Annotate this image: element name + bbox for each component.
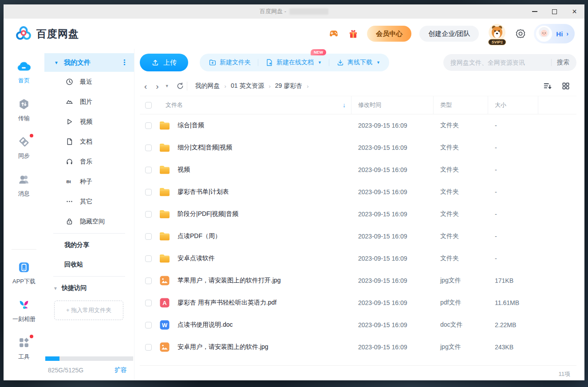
sidebar-item-hidden-space[interactable]: 隐藏空间 <box>44 211 134 231</box>
row-checkbox[interactable] <box>145 211 152 218</box>
rail-item-home[interactable]: 首页 <box>17 60 31 85</box>
file-name[interactable]: 安卓点读软件 <box>178 254 215 262</box>
row-checkbox[interactable] <box>145 344 152 351</box>
file-name[interactable]: 安卓用户，请安装图上的软件.jpg <box>178 343 268 351</box>
forward-button[interactable]: › <box>156 82 158 90</box>
app-logo[interactable]: 百度网盘 <box>15 25 79 42</box>
notification-dot <box>30 134 33 137</box>
rail-item-app-download[interactable]: APP下载 <box>12 261 36 285</box>
row-checkbox[interactable] <box>145 278 152 284</box>
file-name[interactable]: 阶段分|PDF|视频|音频 <box>178 210 238 218</box>
file-name[interactable]: 综合|音频 <box>178 121 204 129</box>
select-all-checkbox[interactable] <box>145 102 152 109</box>
column-header-name[interactable]: 文件名 <box>166 101 183 109</box>
file-row[interactable]: 安卓用户，请安装图上的软件.jpg 2023-09-15 16:09 jpg文件… <box>140 336 576 358</box>
close-button[interactable]: × <box>564 4 584 19</box>
sidebar-item-my-share[interactable]: 我的分享 <box>44 235 134 255</box>
expand-storage-link[interactable]: 扩容 <box>114 366 127 374</box>
row-checkbox[interactable] <box>145 233 152 240</box>
offline-download-button[interactable]: 离线下载 ▼ <box>336 59 380 66</box>
sidebar-item-my-files[interactable]: ▼ 我的文件 ⋯ <box>44 53 134 72</box>
nav-label: 视频 <box>80 118 92 126</box>
search-separator <box>551 59 552 66</box>
file-row[interactable]: A廖彩杏 用有声书轻松听出英语力.pdf 2023-09-15 16:09 pd… <box>140 292 576 314</box>
row-checkbox[interactable] <box>145 189 152 195</box>
file-modified: 2023-09-15 16:09 <box>351 211 434 218</box>
create-team-button[interactable]: 创建企业/团队 <box>419 26 479 42</box>
breadcrumb-item-root[interactable]: 我的网盘 <box>195 82 220 90</box>
rail-item-moment-album[interactable]: 一刻相册 <box>12 299 36 323</box>
search-button[interactable]: 搜索 <box>557 59 569 66</box>
file-row[interactable]: 安卓点读软件 2023-09-15 16:09 文件夹 - <box>140 247 576 270</box>
maximize-button[interactable] <box>545 4 564 19</box>
file-name[interactable]: 苹果用户，请安装图上的软件打开.jpg <box>178 277 281 285</box>
upload-button[interactable]: 上传 <box>140 54 188 71</box>
refresh-button[interactable] <box>176 82 184 90</box>
svip-avatar[interactable]: SVIP1 <box>487 23 507 44</box>
row-checkbox[interactable] <box>145 255 152 262</box>
sidebar-item-pictures[interactable]: 图片 <box>44 92 134 112</box>
vip-center-button[interactable]: 会员中心 <box>367 26 411 42</box>
file-row[interactable]: 点读PDF（周） 2023-09-15 16:09 文件夹 - <box>140 225 576 247</box>
column-header-size[interactable]: 大小 <box>488 96 538 114</box>
sync-icon <box>18 136 30 148</box>
file-row[interactable]: 视频 2023-09-15 16:09 文件夹 - <box>140 159 576 181</box>
rail-item-messages[interactable]: 消息 <box>18 173 30 198</box>
new-online-doc-button[interactable]: NEW 新建在线文档 ▼ <box>265 59 322 66</box>
more-options-icon[interactable]: ⋯ <box>120 59 128 66</box>
file-row[interactable]: 细分|文档|音频|视频 2023-09-15 16:09 文件夹 - <box>140 137 576 159</box>
tools-grid-icon <box>18 336 30 349</box>
file-row[interactable]: W点读书使用说明.doc 2023-09-15 16:09 doc文件 2.22… <box>140 314 576 336</box>
back-button[interactable]: ‹ <box>144 82 147 90</box>
svg-text:W: W <box>162 322 168 328</box>
row-checkbox[interactable] <box>145 145 152 151</box>
file-name[interactable]: 视频 <box>178 166 190 174</box>
sidebar-item-recent[interactable]: 最近 <box>44 72 134 92</box>
drag-folder-dropzone[interactable]: + 拖入常用文件夹 <box>54 301 123 320</box>
row-checkbox[interactable] <box>145 322 152 328</box>
folder-icon <box>159 142 170 153</box>
file-row[interactable]: 综合|音频 2023-09-15 16:09 文件夹 - <box>140 114 576 137</box>
file-row[interactable]: 苹果用户，请安装图上的软件打开.jpg 2023-09-15 16:09 jpg… <box>140 270 576 292</box>
sidebar-item-documents[interactable]: 文档 <box>44 132 134 152</box>
history-dropdown-icon[interactable]: ▼ <box>165 84 169 88</box>
file-name[interactable]: 廖彩杏 用有声书轻松听出英语力.pdf <box>178 299 276 307</box>
search-input[interactable] <box>450 59 546 66</box>
sort-direction-icon[interactable]: ↓ <box>343 102 346 109</box>
file-name[interactable]: 点读书使用说明.doc <box>178 321 233 329</box>
sidebar-item-torrents[interactable]: Bt 种子 <box>44 172 134 192</box>
sidebar-item-music[interactable]: 音乐 <box>44 152 134 172</box>
sidebar-item-quick-access[interactable]: ▼ 快捷访问 <box>44 278 134 298</box>
grid-view-button[interactable] <box>561 82 570 90</box>
settings-gear-icon[interactable] <box>515 28 526 39</box>
file-row[interactable]: 阶段分|PDF|视频|音频 2023-09-15 16:09 文件夹 - <box>140 203 576 225</box>
gift-icon[interactable] <box>347 28 359 39</box>
sidebar-item-videos[interactable]: 视频 <box>44 112 134 132</box>
minimize-button[interactable] <box>525 4 545 19</box>
file-name[interactable]: 点读PDF（周） <box>178 232 221 240</box>
sidebar-item-others[interactable]: 其它 <box>44 192 134 211</box>
column-header-modified[interactable]: 修改时间 <box>351 96 434 114</box>
file-name[interactable]: 廖彩杏书单|计划表 <box>178 188 229 196</box>
sidebar-item-recycle-bin[interactable]: 回收站 <box>44 255 134 274</box>
breadcrumb-item[interactable]: 01 英文资源 <box>231 82 264 90</box>
game-center-icon[interactable] <box>328 28 339 39</box>
row-checkbox[interactable] <box>145 122 152 129</box>
file-size: - <box>488 166 538 173</box>
rail-item-sync[interactable]: 同步 <box>18 136 30 160</box>
column-header-type[interactable]: 类型 <box>434 96 488 114</box>
rail-item-tools[interactable]: 工具 <box>18 336 30 361</box>
offline-download-label: 离线下载 <box>347 59 372 66</box>
search-box[interactable]: 搜索 <box>443 54 576 71</box>
file-name[interactable]: 细分|文档|音频|视频 <box>178 144 232 152</box>
sort-list-button[interactable] <box>543 81 552 91</box>
file-row[interactable]: 廖彩杏书单|计划表 2023-09-15 16:09 文件夹 - <box>140 181 576 203</box>
breadcrumb-item-current[interactable]: 29 廖彩杏 <box>275 82 302 90</box>
new-folder-button[interactable]: 新建文件夹 <box>209 59 251 66</box>
rail-item-transfer[interactable]: 传输 <box>18 98 30 122</box>
nav-label: 隐藏空间 <box>80 218 105 226</box>
folder-icon <box>159 120 170 131</box>
user-account-button[interactable]: Hi › <box>534 24 575 43</box>
row-checkbox[interactable] <box>145 300 152 306</box>
row-checkbox[interactable] <box>145 167 152 173</box>
